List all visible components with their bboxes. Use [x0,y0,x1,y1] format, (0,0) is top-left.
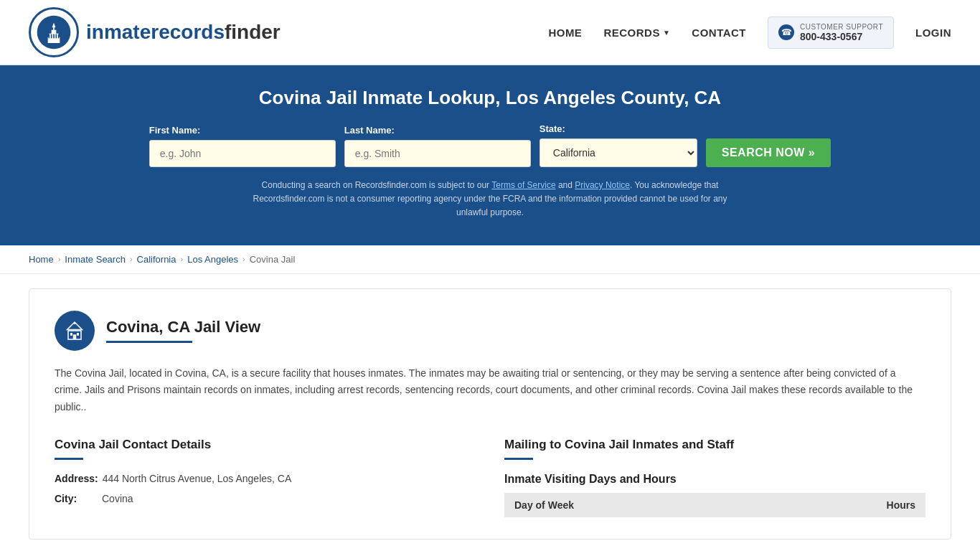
nav-records[interactable]: RECORDS ▼ [603,27,670,39]
logo-area: inmaterecordsfinder [29,7,281,57]
jail-description: The Covina Jail, located in Covina, CA, … [55,365,925,416]
contact-heading: Covina Jail Contact Details [55,438,476,452]
breadcrumb-sep-1: › [58,255,61,263]
nav-home[interactable]: HOME [548,27,582,39]
nav-contact[interactable]: CONTACT [692,27,746,39]
hero-section: Covina Jail Inmate Lookup, Los Angeles C… [0,65,980,245]
col-hours: Hours [765,493,925,517]
svg-rect-6 [49,34,50,39]
first-name-group: First Name: [149,125,336,167]
breadcrumb: Home › Inmate Search › California › Los … [0,245,980,274]
hero-title: Covina Jail Inmate Lookup, Los Angeles C… [29,87,951,109]
mailing-heading: Mailing to Covina Jail Inmates and Staff [504,438,925,452]
col-day: Day of Week [504,493,765,517]
breadcrumb-sep-2: › [130,255,133,263]
city-row: City: Covina [55,493,476,504]
contact-divider [55,458,83,460]
svg-rect-7 [51,34,52,39]
main-content: Covina, CA Jail View The Covina Jail, lo… [0,274,980,551]
state-select[interactable]: California [540,138,697,167]
jail-name: Covina, CA Jail View [106,318,260,336]
last-name-group: Last Name: [344,125,531,167]
breadcrumb-los-angeles[interactable]: Los Angeles [187,254,238,265]
last-name-label: Last Name: [344,125,531,136]
visiting-table-head: Day of Week Hours [504,493,925,517]
city-value: Covina [102,493,133,504]
jail-header: Covina, CA Jail View [55,311,925,351]
logo-icon [29,7,79,57]
breadcrumb-california[interactable]: California [137,254,176,265]
svg-rect-16 [74,322,75,324]
first-name-input[interactable] [149,140,336,167]
search-form: First Name: Last Name: State: California… [29,123,951,167]
svg-rect-14 [73,334,77,339]
breadcrumb-sep-3: › [181,255,184,263]
address-label: Address: [55,473,98,484]
svg-rect-10 [58,34,60,39]
customer-support-box[interactable]: ☎ CUSTOMER SUPPORT 800-433-0567 [768,17,894,49]
breadcrumb-home[interactable]: Home [29,254,54,265]
visiting-table: Day of Week Hours [504,493,925,517]
phone-icon: ☎ [778,24,794,40]
state-label: State: [540,123,697,134]
first-name-label: First Name: [149,125,336,136]
last-name-input[interactable] [344,140,531,167]
address-row: Address: 444 North Citrus Avenue, Los An… [55,473,476,484]
terms-link[interactable]: Terms of Service [491,180,555,190]
city-label: City: [55,493,98,504]
breadcrumb-sep-4: › [242,255,245,263]
support-text: CUSTOMER SUPPORT 800-433-0567 [800,23,883,42]
mailing-col: Mailing to Covina Jail Inmates and Staff… [504,438,925,517]
svg-rect-12 [70,333,72,336]
mailing-divider [504,458,533,460]
jail-title-block: Covina, CA Jail View [106,318,260,343]
breadcrumb-inmate-search[interactable]: Inmate Search [65,254,126,265]
nav-login[interactable]: LOGIN [915,27,951,39]
svg-rect-9 [56,34,57,39]
site-header: inmaterecordsfinder HOME RECORDS ▼ CONTA… [0,0,980,65]
visiting-table-header-row: Day of Week Hours [504,493,925,517]
svg-rect-8 [53,34,55,39]
breadcrumb-covina-jail: Covina Jail [250,254,296,265]
chevron-down-icon: ▼ [663,29,670,37]
content-card: Covina, CA Jail View The Covina Jail, lo… [29,288,951,540]
main-nav: HOME RECORDS ▼ CONTACT ☎ CUSTOMER SUPPOR… [548,17,951,49]
disclaimer-text: Conducting a search on Recordsfinder.com… [239,179,741,220]
visiting-heading: Inmate Visiting Days and Hours [504,473,925,486]
svg-rect-13 [77,333,79,336]
two-col-layout: Covina Jail Contact Details Address: 444… [55,438,925,517]
logo-text: inmaterecordsfinder [86,21,281,44]
title-underline [106,341,192,343]
contact-details-col: Covina Jail Contact Details Address: 444… [55,438,476,517]
privacy-link[interactable]: Privacy Notice [575,180,630,190]
state-group: State: California [540,123,697,167]
search-button[interactable]: SEARCH NOW » [706,138,831,167]
jail-icon [55,311,95,351]
address-value: 444 North Citrus Avenue, Los Angeles, CA [103,473,292,484]
